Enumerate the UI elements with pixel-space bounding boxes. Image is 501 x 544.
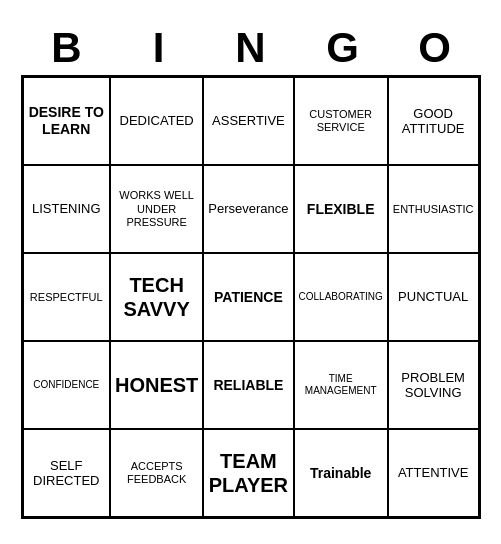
header-letter: I <box>113 25 205 71</box>
bingo-cell: RESPECTFUL <box>23 253 110 341</box>
bingo-cell: ATTENTIVE <box>388 429 479 517</box>
bingo-header: BINGO <box>21 25 481 71</box>
bingo-cell: SELF DIRECTED <box>23 429 110 517</box>
bingo-cell: RELIABLE <box>203 341 293 429</box>
bingo-cell: HONEST <box>110 341 203 429</box>
bingo-cell: WORKS WELL UNDER PRESSURE <box>110 165 203 253</box>
bingo-cell: CUSTOMER SERVICE <box>294 77 388 165</box>
bingo-card: BINGO DESIRE TO LEARNDEDICATEDASSERTIVEC… <box>11 15 491 529</box>
bingo-cell: PATIENCE <box>203 253 293 341</box>
bingo-cell: FLEXIBLE <box>294 165 388 253</box>
bingo-grid: DESIRE TO LEARNDEDICATEDASSERTIVECUSTOME… <box>21 75 481 519</box>
bingo-cell: CONFIDENCE <box>23 341 110 429</box>
bingo-cell: TEAM PLAYER <box>203 429 293 517</box>
bingo-cell: TECH SAVVY <box>110 253 203 341</box>
bingo-cell: ACCEPTS FEEDBACK <box>110 429 203 517</box>
header-letter: G <box>297 25 389 71</box>
bingo-cell: TIME MANAGEMENT <box>294 341 388 429</box>
bingo-cell: ENTHUSIASTIC <box>388 165 479 253</box>
header-letter: N <box>205 25 297 71</box>
bingo-cell: PUNCTUAL <box>388 253 479 341</box>
bingo-cell: DEDICATED <box>110 77 203 165</box>
bingo-cell: ASSERTIVE <box>203 77 293 165</box>
header-letter: B <box>21 25 113 71</box>
bingo-cell: GOOD ATTITUDE <box>388 77 479 165</box>
bingo-cell: Perseverance <box>203 165 293 253</box>
header-letter: O <box>389 25 481 71</box>
bingo-cell: LISTENING <box>23 165 110 253</box>
bingo-cell: DESIRE TO LEARN <box>23 77 110 165</box>
bingo-cell: PROBLEM SOLVING <box>388 341 479 429</box>
bingo-cell: COLLABORATING <box>294 253 388 341</box>
bingo-cell: Trainable <box>294 429 388 517</box>
